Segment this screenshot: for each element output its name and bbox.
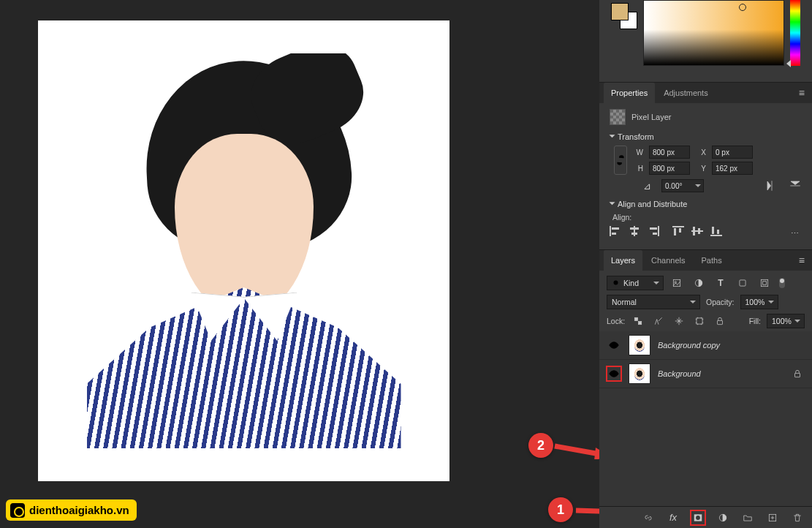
color-field-cursor[interactable] bbox=[739, 4, 746, 11]
adjustment-layer-icon[interactable] bbox=[716, 510, 730, 525]
properties-panel-menu-icon[interactable]: ≡ bbox=[796, 87, 808, 99]
filter-type-icon[interactable]: T bbox=[713, 276, 728, 290]
group-icon[interactable] bbox=[740, 510, 755, 525]
svg-rect-8 bbox=[740, 280, 745, 286]
lock-pixels-icon[interactable] bbox=[651, 314, 666, 328]
svg-point-15 bbox=[612, 344, 615, 347]
hue-slider[interactable] bbox=[790, 0, 800, 66]
fill-label: Fill: bbox=[749, 317, 761, 325]
filter-toggle-icon[interactable] bbox=[779, 278, 785, 288]
visibility-toggle-icon[interactable] bbox=[607, 366, 621, 381]
layers-panel-menu-icon[interactable]: ≡ bbox=[796, 254, 808, 266]
link-dimensions-icon[interactable] bbox=[614, 146, 627, 175]
svg-rect-10 bbox=[763, 282, 767, 285]
fg-bg-swatches[interactable] bbox=[611, 3, 637, 29]
svg-rect-9 bbox=[761, 279, 767, 286]
transform-section-header[interactable]: Transform bbox=[610, 132, 802, 141]
x-label: X bbox=[696, 148, 706, 156]
document-canvas[interactable] bbox=[38, 20, 449, 481]
flip-horizontal-icon[interactable] bbox=[765, 179, 778, 192]
layer-style-icon[interactable]: fx bbox=[666, 510, 680, 525]
annotation-badge-1: 1 bbox=[548, 497, 573, 522]
height-input[interactable]: 800 px bbox=[649, 162, 690, 175]
add-mask-icon[interactable] bbox=[691, 510, 705, 525]
pixel-layer-icon bbox=[610, 109, 626, 125]
align-section-header[interactable]: Align and Distribute bbox=[610, 200, 802, 208]
width-input[interactable]: 800 px bbox=[649, 146, 690, 159]
visibility-toggle-icon[interactable] bbox=[607, 338, 621, 352]
properties-panel: Properties Adjustments ≡ Pixel Layer Tra… bbox=[599, 83, 812, 249]
rotate-icon: ⊿ bbox=[643, 181, 651, 192]
x-input[interactable]: 0 px bbox=[712, 146, 753, 159]
layer-name-label[interactable]: Background copy bbox=[658, 341, 805, 350]
filter-adjust-icon[interactable] bbox=[691, 276, 706, 290]
width-label: W bbox=[633, 148, 643, 156]
align-left-icon[interactable] bbox=[610, 226, 621, 236]
foreground-color-swatch[interactable] bbox=[611, 3, 629, 20]
svg-rect-17 bbox=[795, 373, 800, 377]
layer-thumbnail[interactable] bbox=[629, 363, 650, 384]
flip-vertical-icon[interactable] bbox=[789, 179, 802, 192]
svg-line-0 bbox=[555, 446, 596, 453]
lock-artboard-icon[interactable] bbox=[692, 314, 707, 328]
y-label: Y bbox=[696, 165, 706, 173]
hue-indicator[interactable] bbox=[786, 60, 791, 67]
layer-thumbnail[interactable] bbox=[629, 335, 650, 355]
tab-channels[interactable]: Channels bbox=[644, 250, 692, 271]
watermark-badge: dienthoaigiakho.vn bbox=[6, 499, 137, 521]
svg-rect-13 bbox=[697, 318, 702, 324]
svg-point-4 bbox=[614, 281, 618, 285]
tab-paths[interactable]: Paths bbox=[694, 250, 729, 271]
link-layers-icon[interactable] bbox=[641, 510, 656, 525]
align-top-icon[interactable] bbox=[672, 226, 684, 236]
annotation-badge-2: 2 bbox=[528, 433, 553, 458]
svg-point-16 bbox=[612, 372, 615, 375]
opacity-input[interactable]: 100% bbox=[740, 295, 778, 309]
lock-icon bbox=[790, 366, 805, 381]
lock-label: Lock: bbox=[607, 317, 625, 325]
align-more-icon[interactable]: ⋯ bbox=[787, 226, 802, 241]
align-label: Align: bbox=[612, 213, 802, 222]
filter-smart-icon[interactable] bbox=[757, 276, 772, 290]
tab-adjustments[interactable]: Adjustments bbox=[656, 83, 716, 103]
svg-rect-11 bbox=[634, 317, 637, 320]
filter-pixel-icon[interactable] bbox=[669, 276, 684, 290]
y-input[interactable]: 162 px bbox=[712, 162, 753, 175]
opacity-label: Opacity: bbox=[706, 298, 735, 306]
rotation-input[interactable]: 0.00° bbox=[661, 179, 704, 192]
height-label: H bbox=[633, 165, 643, 173]
layer-row[interactable]: Background bbox=[599, 360, 812, 388]
align-right-icon[interactable] bbox=[648, 226, 659, 236]
new-layer-icon[interactable] bbox=[765, 510, 780, 525]
fill-input[interactable]: 100% bbox=[767, 314, 805, 328]
tab-properties[interactable]: Properties bbox=[604, 83, 655, 103]
align-center-v-icon[interactable] bbox=[691, 226, 703, 236]
layer-row[interactable]: Background copy bbox=[599, 331, 812, 360]
layer-list[interactable]: Background copy Background bbox=[599, 331, 812, 506]
canvas-area[interactable]: dienthoaigiakho.vn 2 1 bbox=[0, 0, 599, 528]
align-bottom-icon[interactable] bbox=[710, 226, 722, 236]
layers-panel: Layers Channels Paths ≡ Kind T bbox=[599, 249, 812, 528]
delete-layer-icon[interactable] bbox=[790, 510, 805, 525]
layers-footer: fx bbox=[599, 506, 812, 528]
lock-all-icon[interactable] bbox=[713, 314, 727, 328]
blend-mode-dropdown[interactable]: Normal bbox=[607, 295, 700, 309]
lock-position-icon[interactable] bbox=[672, 314, 686, 328]
layer-filter-kind-dropdown[interactable]: Kind bbox=[607, 276, 664, 290]
portrait-image bbox=[87, 53, 401, 448]
tab-layers[interactable]: Layers bbox=[604, 250, 642, 271]
color-picker-panel bbox=[599, 0, 812, 82]
svg-rect-14 bbox=[718, 320, 723, 324]
svg-point-19 bbox=[696, 516, 700, 520]
color-field[interactable] bbox=[643, 0, 784, 66]
layer-name-label[interactable]: Background bbox=[658, 369, 783, 378]
right-panels-column: Properties Adjustments ≡ Pixel Layer Tra… bbox=[599, 0, 812, 528]
svg-rect-12 bbox=[639, 322, 642, 325]
layer-type-label: Pixel Layer bbox=[631, 113, 671, 121]
filter-shape-icon[interactable] bbox=[735, 276, 750, 290]
lock-transparent-icon[interactable] bbox=[631, 314, 645, 328]
align-center-h-icon[interactable] bbox=[629, 226, 640, 236]
